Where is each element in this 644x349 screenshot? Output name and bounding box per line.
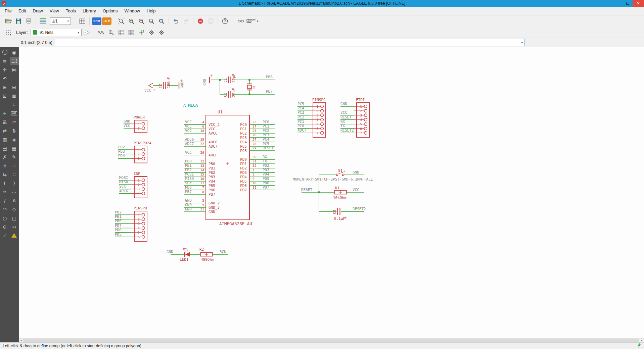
copy-sheet-tool[interactable]: ▤ — [0, 144, 9, 152]
grid-settings-button[interactable] — [4, 28, 13, 37]
command-input-box[interactable]: ▾ — [55, 39, 525, 46]
copy-tool[interactable]: ⊞ — [0, 83, 9, 91]
add-part-tool[interactable]: + — [0, 109, 9, 117]
arc-left-tool[interactable]: ( — [0, 179, 9, 187]
zoom-out-button[interactable] — [137, 17, 146, 26]
value-tool[interactable]: R210k — [0, 118, 9, 126]
name-tool[interactable]: AB — [10, 109, 18, 117]
paste-sheet-tool[interactable]: ▦ — [10, 144, 18, 152]
value-small-tool[interactable]: 10k — [10, 118, 18, 126]
scroll-left-button[interactable]: ◂ — [19, 339, 23, 342]
sheet-selector[interactable]: 1/1▾ — [50, 17, 71, 25]
delete-group-tool[interactable]: ⊠ — [10, 92, 18, 100]
print-button[interactable] — [24, 17, 33, 26]
auto-junction-button[interactable] — [137, 28, 146, 37]
dots-tool[interactable]: ⋯ — [10, 188, 18, 196]
wire-bend-button[interactable] — [96, 28, 106, 37]
menu-item-library[interactable]: Library — [79, 7, 99, 15]
redo-button[interactable] — [181, 17, 191, 26]
grid-style-a-button[interactable] — [117, 28, 126, 37]
menu-item-draw[interactable]: Draw — [29, 7, 46, 15]
misc-options-button[interactable] — [157, 28, 166, 37]
net-class-button[interactable] — [147, 28, 156, 37]
wire-icon: / — [4, 198, 6, 203]
text-tool[interactable]: A — [10, 196, 18, 205]
svg-text:PB1: PB1 — [115, 214, 122, 219]
menu-item-options[interactable]: Options — [99, 7, 121, 15]
info-tool[interactable]: i — [0, 48, 9, 56]
wire-jump-tool[interactable]: ∟ — [10, 100, 18, 109]
arc-tool[interactable]: ◠ — [0, 205, 9, 213]
layer-display-button[interactable] — [82, 28, 91, 37]
gateswap-tool[interactable]: ⇅ — [10, 127, 18, 135]
generate-board-button[interactable] — [38, 17, 48, 26]
change-tool[interactable]: ✎ — [10, 153, 18, 161]
net-probe-button[interactable] — [106, 28, 116, 37]
erc-tool[interactable]: ✓ — [0, 231, 9, 240]
dimension-tool[interactable]: ↔ — [10, 222, 18, 231]
move-tool[interactable]: ✛ — [0, 65, 9, 74]
split-tool[interactable]: ⋔ — [0, 161, 9, 170]
open-button[interactable] — [4, 17, 13, 26]
info-icon: i — [2, 50, 7, 55]
horizontal-scrollbar[interactable]: ◂ ▸ — [19, 338, 644, 342]
mirror-tool[interactable]: ⋈ — [10, 65, 18, 74]
net-class-tool[interactable]: ▥ — [0, 135, 9, 144]
minimize-button[interactable]: — — [613, 0, 623, 7]
grid-style-b-button[interactable] — [127, 28, 136, 37]
zoom-fit-button[interactable] — [117, 17, 126, 26]
pinswap-tool[interactable]: ⇄ — [0, 127, 9, 135]
zoom-redraw-button[interactable] — [157, 17, 166, 26]
polygon-tool[interactable]: ◇ — [10, 205, 18, 213]
junction-tool[interactable]: ⊙ — [0, 222, 9, 231]
help-button[interactable] — [220, 17, 230, 26]
optimize-tool[interactable]: ⇆ — [0, 170, 9, 179]
meander-tool[interactable]: ≋ — [0, 188, 9, 196]
layer-dropdown[interactable]: 91 Nets▾ — [31, 29, 82, 36]
command-input[interactable] — [55, 39, 521, 46]
schematic-editor-canvas[interactable]: PB6PB7GNDVCCRESET2RESETGNDSCKATMEGAVCCGN… — [19, 47, 644, 342]
go-button[interactable] — [206, 17, 215, 26]
zoom-select-button[interactable] — [147, 17, 156, 26]
svg-text:4: 4 — [138, 226, 140, 230]
show-tool[interactable]: ◉ — [10, 48, 18, 56]
rect-tool[interactable]: □ — [10, 214, 18, 222]
menu-item-window[interactable]: Window — [121, 7, 143, 15]
wire-tool[interactable]: / — [0, 196, 9, 205]
run-script-button[interactable]: SCR — [92, 17, 101, 25]
save-button[interactable] — [14, 17, 23, 26]
errors-tool[interactable]: ! — [10, 231, 18, 240]
polygonize-tool[interactable]: ∴ — [10, 161, 18, 170]
schematic-canvas[interactable]: PB6PB7GNDVCCRESET2RESETGNDSCKATMEGAVCCGN… — [19, 47, 644, 338]
close-button[interactable]: ✕ — [633, 0, 644, 7]
rotate-tool[interactable]: ↶ — [0, 74, 9, 83]
group-select-tool[interactable] — [10, 57, 18, 65]
command-dropdown-caret-icon[interactable]: ▾ — [521, 41, 524, 44]
scroll-right-button[interactable]: ▸ — [640, 339, 644, 342]
zoom-in-button[interactable] — [127, 17, 136, 26]
ratsnest-tool[interactable]: ∷ — [10, 170, 18, 179]
label-tool[interactable]: ◈ — [10, 135, 18, 144]
svg-text:GND: GND — [209, 210, 215, 214]
connection-status-icon[interactable] — [637, 343, 642, 349]
paste-tool[interactable]: ⊡ — [0, 92, 9, 100]
display-tool[interactable]: ≡ — [0, 57, 9, 65]
run-ulp-button[interactable]: ULP — [102, 17, 111, 25]
menu-item-file[interactable]: File — [1, 7, 15, 15]
cut-tool[interactable]: ⊟ — [10, 83, 18, 91]
toolbar-separator — [114, 17, 114, 25]
design-link-button[interactable]: DESIGNLINK▾ — [235, 17, 261, 26]
menu-item-edit[interactable]: Edit — [15, 7, 29, 15]
restore-button[interactable] — [623, 0, 633, 7]
scrollbar-thumb[interactable] — [24, 339, 639, 342]
menu-item-view[interactable]: View — [46, 7, 62, 15]
show-icon: ◉ — [12, 50, 16, 55]
arc-right-tool[interactable]: ) — [10, 179, 18, 187]
menu-item-tools[interactable]: Tools — [62, 7, 79, 15]
menu-item-help[interactable]: Help — [143, 7, 159, 15]
delete-tool[interactable]: ✗ — [0, 153, 9, 161]
stop-button[interactable] — [196, 17, 205, 26]
circle-tool[interactable]: ○ — [0, 214, 9, 222]
sheet-list-button[interactable] — [78, 17, 87, 26]
undo-button[interactable] — [171, 17, 181, 26]
